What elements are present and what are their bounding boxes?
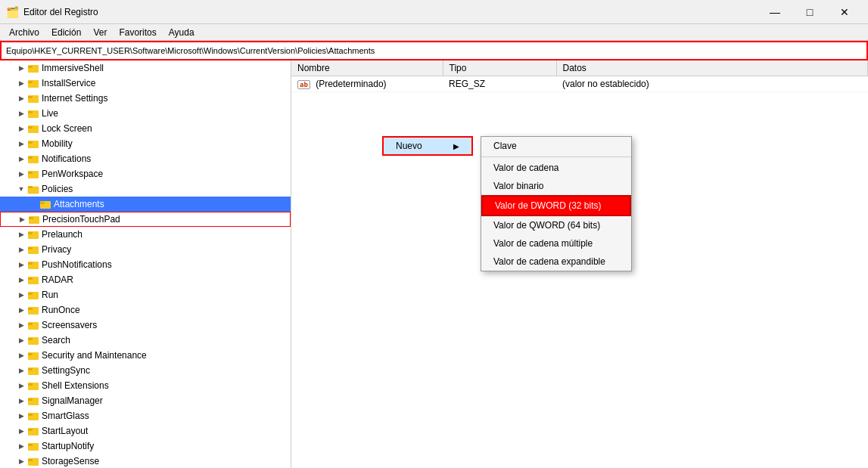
tree-item-privacy[interactable]: Privacy bbox=[0, 242, 291, 257]
folder-icon-precisiontouchpad bbox=[28, 213, 40, 225]
label-radar: RADAR bbox=[42, 274, 73, 285]
svg-rect-21 bbox=[40, 202, 45, 204]
folder-icon-notifications bbox=[27, 153, 39, 165]
title-bar: 🗂️ Editor del Registro — □ ✕ bbox=[0, 0, 868, 24]
tree-item-penworkspace[interactable]: PenWorkspace bbox=[0, 166, 291, 181]
label-immersiveshell: ImmersiveShell bbox=[42, 63, 104, 73]
svg-rect-39 bbox=[28, 338, 33, 340]
tree-item-runonce[interactable]: RunOnce bbox=[0, 302, 291, 318]
cell-type: REG_SZ bbox=[443, 76, 556, 92]
nuevo-button[interactable]: Nuevo ▶ bbox=[382, 136, 473, 156]
tree-item-live[interactable]: Live bbox=[0, 106, 291, 121]
folder-icon-signalmanager bbox=[27, 395, 39, 407]
menu-divider-1 bbox=[481, 157, 631, 157]
folder-icon-lockscreen bbox=[27, 122, 39, 135]
tree-item-attachments[interactable]: Attachments bbox=[0, 197, 291, 212]
tree-item-screensavers[interactable]: Screensavers bbox=[0, 318, 291, 333]
label-smartglass: SmartGlass bbox=[42, 411, 89, 421]
tree-item-prelaunch[interactable]: Prelaunch bbox=[0, 227, 291, 242]
tree-item-search[interactable]: Search bbox=[0, 333, 291, 348]
minimize-button[interactable]: — bbox=[758, 0, 792, 24]
nuevo-label: Nuevo bbox=[396, 141, 422, 151]
context-menu-area: Nuevo ▶ Clave Valor de cadena Valor bina… bbox=[382, 136, 473, 156]
menu-favoritos[interactable]: Favoritos bbox=[113, 26, 162, 39]
svg-rect-8 bbox=[28, 111, 33, 113]
menu-edicion[interactable]: Edición bbox=[45, 26, 87, 39]
tree-item-smartglass[interactable]: SmartGlass bbox=[0, 408, 291, 423]
tree-item-policies[interactable]: Policies bbox=[0, 181, 291, 197]
svg-rect-49 bbox=[28, 414, 33, 416]
cell-name: ab (Predeterminado) bbox=[291, 76, 443, 92]
svg-rect-31 bbox=[28, 277, 33, 280]
menu-ver[interactable]: Ver bbox=[87, 26, 113, 39]
arrow-signalmanager bbox=[15, 395, 27, 407]
svg-rect-55 bbox=[28, 459, 33, 461]
nuevo-submenu-arrow: ▶ bbox=[453, 142, 459, 150]
tree-item-securityandmaintenance[interactable]: Security and Maintenance bbox=[0, 348, 291, 363]
svg-rect-53 bbox=[28, 444, 33, 446]
svg-rect-6 bbox=[28, 96, 33, 98]
address-bar[interactable]: Equipo\HKEY_CURRENT_USER\Software\Micros… bbox=[0, 41, 868, 60]
label-startlayout: StartLayout bbox=[42, 426, 88, 436]
label-internetsettings: Internet Settings bbox=[42, 93, 107, 104]
tree-item-precisiontouchpad[interactable]: PrecisionTouchPad bbox=[0, 212, 291, 227]
label-prelaunch: Prelaunch bbox=[42, 229, 82, 240]
menu-item-dword[interactable]: Valor de DWORD (32 bits) bbox=[481, 195, 631, 216]
tree-item-run[interactable]: Run bbox=[0, 287, 291, 302]
label-live: Live bbox=[42, 108, 58, 119]
tree-panel[interactable]: ImmersiveShell InstallService Internet S… bbox=[0, 60, 291, 468]
svg-rect-10 bbox=[28, 126, 33, 129]
registry-table: Nombre Tipo Datos ab (Predeterminado) RE… bbox=[291, 60, 868, 92]
tree-item-immersiveshell[interactable]: ImmersiveShell bbox=[0, 60, 291, 76]
tree-item-pushnotifications[interactable]: PushNotifications bbox=[0, 257, 291, 272]
tree-item-shellextensions[interactable]: Shell Extensions bbox=[0, 378, 291, 393]
menu-archivo[interactable]: Archivo bbox=[3, 26, 45, 39]
label-policies: Policies bbox=[42, 184, 73, 194]
menu-item-binario[interactable]: Valor binario bbox=[481, 177, 631, 195]
menu-item-expandible[interactable]: Valor de cadena expandible bbox=[481, 253, 631, 271]
tree-item-lockscreen[interactable]: Lock Screen bbox=[0, 121, 291, 136]
label-precisiontouchpad: PrecisionTouchPad bbox=[42, 214, 120, 225]
tree-item-internetsettings[interactable]: Internet Settings bbox=[0, 91, 291, 106]
close-button[interactable]: ✕ bbox=[827, 0, 862, 24]
arrow-radar bbox=[15, 274, 27, 286]
svg-rect-43 bbox=[28, 368, 33, 370]
arrow-pushnotifications bbox=[15, 259, 27, 271]
menu-item-clave[interactable]: Clave bbox=[481, 137, 631, 155]
table-row[interactable]: ab (Predeterminado) REG_SZ (valor no est… bbox=[291, 76, 868, 92]
folder-icon-startlayout bbox=[27, 425, 39, 437]
svg-rect-23 bbox=[29, 217, 33, 219]
svg-rect-2 bbox=[28, 66, 33, 68]
tree-item-signalmanager[interactable]: SignalManager bbox=[0, 393, 291, 408]
svg-rect-4 bbox=[28, 81, 33, 83]
tree-item-startlayout[interactable]: StartLayout bbox=[0, 423, 291, 439]
tree-item-notifications[interactable]: Notifications bbox=[0, 151, 291, 166]
maximize-button[interactable]: □ bbox=[792, 0, 827, 24]
folder-icon-settingsync bbox=[27, 364, 39, 377]
cell-data: (valor no establecido) bbox=[556, 76, 868, 92]
svg-rect-51 bbox=[28, 429, 33, 431]
menu-ayuda[interactable]: Ayuda bbox=[163, 26, 201, 39]
svg-rect-12 bbox=[28, 141, 33, 144]
tree-item-startupnotify[interactable]: StartupNotify bbox=[0, 439, 291, 454]
label-penworkspace: PenWorkspace bbox=[42, 169, 103, 179]
label-notifications: Notifications bbox=[42, 153, 91, 164]
folder-icon-startupnotify bbox=[27, 440, 39, 452]
menu-item-cadena[interactable]: Valor de cadena bbox=[481, 159, 631, 177]
svg-rect-47 bbox=[28, 398, 33, 401]
svg-rect-14 bbox=[28, 157, 33, 159]
value-type-icon: ab bbox=[297, 80, 310, 89]
tree-item-settingsync[interactable]: SettingSync bbox=[0, 363, 291, 378]
arrow-search bbox=[15, 334, 27, 346]
folder-icon-storagesense bbox=[27, 455, 39, 467]
tree-item-radar[interactable]: RADAR bbox=[0, 272, 291, 287]
tree-item-installservice[interactable]: InstallService bbox=[0, 76, 291, 91]
menu-item-qword[interactable]: Valor de QWORD (64 bits) bbox=[481, 216, 631, 234]
tree-item-mobility[interactable]: Mobility bbox=[0, 136, 291, 151]
tree-item-storagesense[interactable]: StorageSense bbox=[0, 454, 291, 468]
arrow-mobility bbox=[15, 138, 27, 150]
label-shellextensions: Shell Extensions bbox=[42, 380, 109, 391]
folder-icon-policies bbox=[27, 183, 39, 195]
label-settingsync: SettingSync bbox=[42, 365, 90, 376]
menu-item-multicadena[interactable]: Valor de cadena múltiple bbox=[481, 234, 631, 253]
